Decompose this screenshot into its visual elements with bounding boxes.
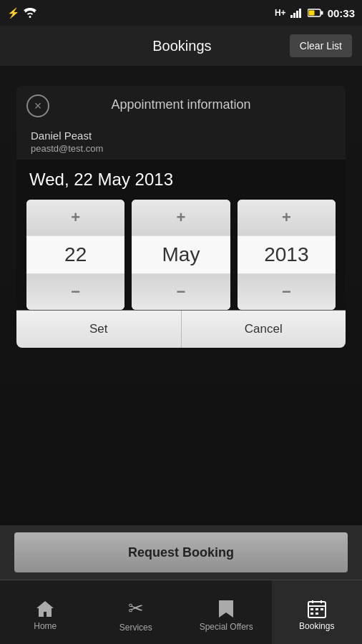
month-increment-button[interactable]: + [132,200,230,235]
svg-rect-15 [315,613,318,615]
month-spinner: + May − [132,200,230,310]
year-spinner: + 2013 − [238,200,336,310]
cancel-button[interactable]: Cancel [182,311,346,348]
month-decrement-button[interactable]: − [132,274,230,310]
bottom-nav: Home ✂ Services Special Offers [0,580,362,644]
dialog-overlay: × Appointment information Daniel Peast p… [0,66,362,581]
calendar-icon [308,600,326,618]
month-plus-icon: + [177,208,186,227]
user-email: peastd@test.com [31,143,331,154]
svg-rect-11 [310,608,313,610]
status-icons-left: ⚡ [7,7,36,19]
dialog-header: × Appointment information [16,86,346,127]
day-value: 22 [26,235,124,274]
boost-icon: H+ [275,8,286,18]
nav-item-services[interactable]: ✂ Services [91,580,182,644]
svg-rect-5 [321,11,323,15]
services-label: Services [119,623,152,633]
nav-item-special-offers[interactable]: Special Offers [181,580,272,644]
wifi-icon [24,8,36,18]
year-decrement-button[interactable]: − [238,274,336,310]
month-value: May [132,235,230,274]
clear-list-button[interactable]: Clear List [290,34,352,57]
page-title: Bookings [74,38,290,54]
day-plus-icon: + [71,208,80,227]
signal-icon [290,8,303,18]
spinners-row: + 22 − + May − [26,200,336,310]
day-increment-button[interactable]: + [26,200,124,235]
special-offers-label: Special Offers [200,622,253,632]
battery-icon [308,9,323,17]
svg-rect-6 [308,11,314,16]
action-bar: Bookings Clear List [0,26,362,66]
nav-item-home[interactable]: Home [0,580,91,644]
svg-rect-3 [299,9,301,18]
svg-rect-2 [296,11,298,18]
date-picker: Wed, 22 May 2013 + 22 − + [16,160,346,310]
year-value: 2013 [238,235,336,274]
day-spinner: + 22 − [26,200,124,310]
month-minus-icon: − [177,283,186,301]
bookmark-icon [217,599,235,619]
user-name: Daniel Peast [31,130,331,142]
date-display: Wed, 22 May 2013 [26,170,336,190]
dialog-actions: Set Cancel [16,310,346,348]
status-bar: ⚡ H+ 00:33 [0,0,362,26]
appointment-dialog: × Appointment information Daniel Peast p… [16,86,346,348]
year-increment-button[interactable]: + [238,200,336,235]
day-minus-icon: − [71,283,80,301]
bookings-label: Bookings [299,621,334,631]
dialog-title: Appointment information [31,97,331,112]
status-icons-right: H+ 00:33 [275,7,355,19]
request-booking-button[interactable]: Request Booking [14,532,348,572]
year-minus-icon: − [282,283,291,301]
year-plus-icon: + [282,208,291,227]
svg-rect-0 [290,15,293,18]
nav-item-bookings[interactable]: Bookings [272,580,363,644]
day-decrement-button[interactable]: − [26,274,124,310]
scissors-icon: ✂ [128,597,144,620]
user-info: Daniel Peast peastd@test.com [16,127,346,160]
request-booking-area: Request Booking [0,525,362,580]
usb-icon: ⚡ [7,7,19,19]
svg-rect-13 [321,608,323,610]
home-label: Home [34,621,57,631]
svg-rect-1 [293,13,295,18]
set-button[interactable]: Set [16,311,182,348]
dialog-close-button[interactable]: × [26,94,49,117]
home-icon [35,600,55,618]
time-display: 00:33 [328,7,355,19]
close-icon: × [34,99,42,114]
svg-rect-14 [310,613,313,615]
svg-rect-12 [315,608,318,610]
